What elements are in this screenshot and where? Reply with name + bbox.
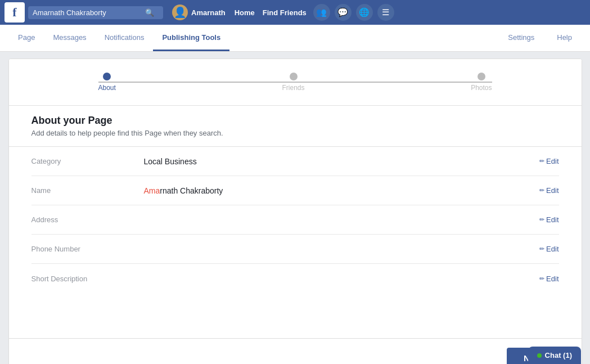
- facebook-logo: f: [4, 2, 25, 23]
- edit-category-icon: ✏: [539, 158, 544, 165]
- tab-settings[interactable]: Settings: [499, 25, 543, 51]
- fields-section: Category Local Business ✏ Edit Name Amar…: [9, 147, 582, 293]
- chat-bubble[interactable]: Chat (1): [528, 347, 581, 364]
- user-name-label: Amarnath: [191, 8, 226, 17]
- tab-messages[interactable]: Messages: [44, 25, 95, 51]
- edit-phone-icon: ✏: [539, 245, 544, 253]
- nav-icons: 👥 💬 🌐 ☰: [313, 4, 394, 21]
- tab-notifications[interactable]: Notifications: [96, 25, 154, 51]
- nav-user[interactable]: 👤 Amarnath: [172, 5, 226, 20]
- field-row-phone: Phone Number ✏ Edit: [31, 235, 559, 264]
- stepper-step-photos: Photos: [471, 73, 492, 92]
- spacer: [9, 293, 582, 338]
- chat-label: Chat (1): [545, 351, 572, 359]
- name-plain-part: rnath Chakraborty: [160, 186, 223, 195]
- notifications-icon[interactable]: 🌐: [356, 4, 373, 21]
- edit-name-button[interactable]: ✏ Edit: [539, 186, 559, 195]
- edit-address-button[interactable]: ✏ Edit: [539, 215, 559, 224]
- stepper-label-photos: Photos: [471, 84, 492, 92]
- home-link[interactable]: Home: [235, 8, 255, 17]
- edit-name-icon: ✏: [539, 187, 544, 194]
- page-tabs-right: Settings Help: [499, 25, 581, 51]
- section-subtitle: Add details to help people find this Pag…: [31, 129, 559, 137]
- about-section-header: About your Page Add details to help peop…: [9, 106, 582, 147]
- stepper-dot-photos: [478, 73, 485, 80]
- field-value-category: Local Business: [144, 157, 540, 166]
- field-label-description: Short Description: [31, 275, 144, 283]
- tab-publishing-tools[interactable]: Publishing Tools: [153, 25, 229, 51]
- stepper-label-about: About: [98, 84, 116, 92]
- field-label-name: Name: [31, 186, 144, 195]
- nav-links: Home Find Friends: [235, 8, 307, 17]
- page-tabs: Page Messages Notifications Publishing T…: [0, 25, 590, 52]
- edit-description-button[interactable]: ✏ Edit: [539, 275, 559, 283]
- tab-help[interactable]: Help: [548, 25, 581, 51]
- stepper-step-about: About: [98, 73, 116, 92]
- section-title: About your Page: [31, 115, 559, 127]
- field-row-category: Category Local Business ✏ Edit: [31, 147, 559, 176]
- tab-page[interactable]: Page: [9, 25, 44, 51]
- avatar: 👤: [172, 5, 188, 20]
- account-menu-icon[interactable]: ☰: [377, 4, 394, 21]
- messages-icon[interactable]: 💬: [335, 4, 352, 21]
- field-row-address: Address ✏ Edit: [31, 205, 559, 235]
- field-label-category: Category: [31, 157, 144, 165]
- chat-online-dot: [537, 353, 542, 358]
- find-friends-link[interactable]: Find Friends: [263, 8, 307, 17]
- edit-category-button[interactable]: ✏ Edit: [539, 157, 559, 165]
- field-row-name: Name Amarnath Chakraborty ✏ Edit: [31, 176, 559, 205]
- stepper-dot-friends: [290, 73, 298, 80]
- field-value-name: Amarnath Chakraborty: [144, 186, 540, 195]
- edit-address-icon: ✏: [539, 216, 544, 223]
- field-row-description: Short Description ✏ Edit: [31, 264, 559, 293]
- field-label-phone: Phone Number: [31, 245, 144, 253]
- stepper-track: About Friends Photos: [98, 73, 492, 92]
- page-footer: Next: [9, 338, 582, 364]
- main-content: About Friends Photos About your Page Add…: [8, 59, 582, 364]
- search-icon: 🔍: [145, 8, 154, 17]
- edit-description-icon: ✏: [539, 275, 544, 282]
- edit-phone-button[interactable]: ✏ Edit: [539, 245, 559, 253]
- field-label-address: Address: [31, 215, 144, 224]
- stepper-step-friends: Friends: [282, 73, 305, 92]
- name-highlight-part: Ama: [144, 186, 160, 195]
- progress-stepper: About Friends Photos: [9, 59, 582, 106]
- friend-requests-icon[interactable]: 👥: [313, 4, 330, 21]
- search-bar[interactable]: 🔍: [28, 6, 163, 19]
- top-navigation: f 🔍 👤 Amarnath Home Find Friends 👥 💬 🌐 ☰: [0, 0, 590, 25]
- stepper-dot-about: [103, 73, 111, 80]
- nav-center: 👤 Amarnath Home Find Friends 👥 💬 🌐 ☰: [172, 4, 586, 21]
- stepper-label-friends: Friends: [282, 84, 305, 92]
- search-input[interactable]: [33, 8, 145, 17]
